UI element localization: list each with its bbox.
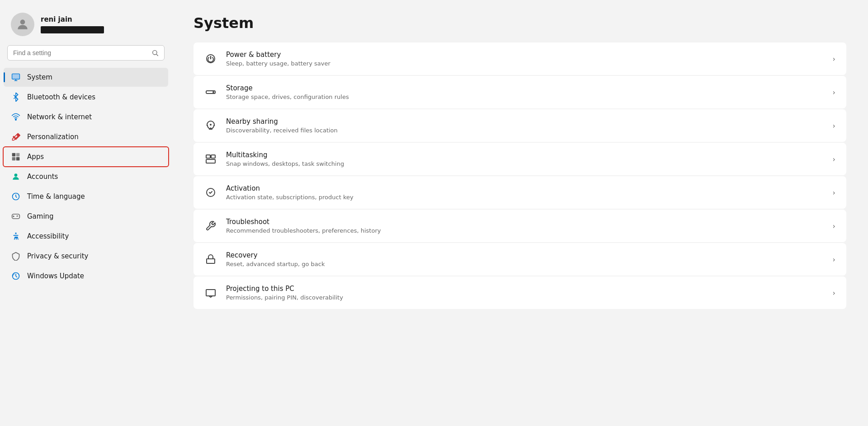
svg-point-0 bbox=[20, 19, 25, 24]
sidebar-item-label-gaming: Gaming bbox=[27, 212, 54, 220]
setting-item-storage[interactable]: Storage Storage space, drives, configura… bbox=[193, 76, 846, 108]
chevron-right-power: › bbox=[833, 55, 835, 63]
sidebar-item-apps[interactable]: Apps bbox=[4, 147, 168, 166]
svg-point-18 bbox=[210, 124, 212, 126]
setting-title-projecting: Projecting to this PC bbox=[226, 285, 824, 293]
settings-list: Power & battery Sleep, battery usage, ba… bbox=[193, 42, 846, 309]
personalization-icon bbox=[11, 132, 21, 142]
svg-rect-9 bbox=[16, 157, 20, 161]
setting-desc-nearby: Discoverability, received files location bbox=[226, 127, 824, 134]
svg-rect-20 bbox=[211, 155, 215, 158]
activation-icon bbox=[204, 186, 217, 199]
sidebar: reni jain System Bluetooth & devices bbox=[0, 0, 172, 426]
sidebar-item-label-system: System bbox=[27, 73, 52, 81]
svg-point-17 bbox=[213, 92, 214, 93]
sidebar-item-label-network: Network & internet bbox=[27, 113, 92, 121]
projecting-icon bbox=[204, 286, 217, 299]
setting-title-power: Power & battery bbox=[226, 51, 824, 59]
user-name: reni jain bbox=[41, 15, 104, 23]
setting-text-multitasking: Multitasking Snap windows, desktops, tas… bbox=[226, 151, 824, 167]
setting-title-multitasking: Multitasking bbox=[226, 151, 824, 159]
setting-title-recovery: Recovery bbox=[226, 251, 824, 259]
sidebar-item-update[interactable]: Windows Update bbox=[4, 267, 168, 286]
svg-rect-21 bbox=[206, 159, 215, 163]
avatar bbox=[11, 13, 34, 36]
setting-item-multitasking[interactable]: Multitasking Snap windows, desktops, tas… bbox=[193, 143, 846, 175]
chevron-right-storage: › bbox=[833, 88, 835, 97]
setting-item-troubleshoot[interactable]: Troubleshoot Recommended troubleshooters… bbox=[193, 210, 846, 242]
sidebar-item-system[interactable]: System bbox=[4, 68, 168, 87]
search-container bbox=[0, 45, 172, 66]
sidebar-item-personalization[interactable]: Personalization bbox=[4, 127, 168, 146]
chevron-right-projecting: › bbox=[833, 289, 835, 297]
setting-desc-projecting: Permissions, pairing PIN, discoverabilit… bbox=[226, 294, 824, 301]
setting-text-nearby: Nearby sharing Discoverability, received… bbox=[226, 117, 824, 134]
apps-icon bbox=[11, 152, 21, 162]
sidebar-item-accounts[interactable]: Accounts bbox=[4, 167, 168, 186]
setting-title-nearby: Nearby sharing bbox=[226, 117, 824, 126]
svg-rect-19 bbox=[206, 155, 210, 158]
sidebar-item-time[interactable]: Time & language bbox=[4, 187, 168, 206]
setting-title-storage: Storage bbox=[226, 84, 824, 92]
svg-rect-7 bbox=[16, 153, 20, 157]
sidebar-item-privacy[interactable]: Privacy & security bbox=[4, 247, 168, 266]
sidebar-item-gaming[interactable]: Gaming bbox=[4, 207, 168, 226]
setting-item-activation[interactable]: Activation Activation state, subscriptio… bbox=[193, 176, 846, 209]
sidebar-item-network[interactable]: Network & internet bbox=[4, 108, 168, 126]
chevron-right-activation: › bbox=[833, 188, 835, 197]
sidebar-item-label-bluetooth: Bluetooth & devices bbox=[27, 93, 95, 101]
setting-text-troubleshoot: Troubleshoot Recommended troubleshooters… bbox=[226, 218, 824, 234]
setting-text-projecting: Projecting to this PC Permissions, pairi… bbox=[226, 285, 824, 301]
setting-item-recovery[interactable]: Recovery Reset, advanced startup, go bac… bbox=[193, 243, 846, 276]
nav-list: System Bluetooth & devices Network & int… bbox=[0, 66, 172, 287]
sidebar-item-label-update: Windows Update bbox=[27, 272, 84, 280]
main-content: System Power & battery Sleep, battery us… bbox=[172, 0, 868, 426]
svg-rect-6 bbox=[12, 153, 16, 157]
svg-point-5 bbox=[15, 119, 17, 121]
sidebar-item-label-apps: Apps bbox=[27, 153, 44, 161]
search-icon bbox=[151, 49, 159, 56]
setting-text-activation: Activation Activation state, subscriptio… bbox=[226, 184, 824, 201]
setting-desc-recovery: Reset, advanced startup, go back bbox=[226, 261, 824, 267]
time-icon bbox=[11, 192, 21, 201]
chevron-right-recovery: › bbox=[833, 255, 835, 264]
user-info: reni jain bbox=[41, 15, 104, 33]
sidebar-item-label-personalization: Personalization bbox=[27, 133, 79, 141]
chevron-right-troubleshoot: › bbox=[833, 222, 835, 230]
user-email-masked bbox=[41, 26, 104, 33]
accounts-icon bbox=[11, 172, 21, 182]
svg-point-13 bbox=[15, 233, 16, 234]
sidebar-item-bluetooth[interactable]: Bluetooth & devices bbox=[4, 88, 168, 107]
setting-item-nearby[interactable]: Nearby sharing Discoverability, received… bbox=[193, 109, 846, 142]
setting-desc-power: Sleep, battery usage, battery saver bbox=[226, 60, 824, 67]
system-icon bbox=[11, 72, 21, 82]
setting-text-power: Power & battery Sleep, battery usage, ba… bbox=[226, 51, 824, 67]
setting-item-power[interactable]: Power & battery Sleep, battery usage, ba… bbox=[193, 42, 846, 75]
sidebar-item-accessibility[interactable]: Accessibility bbox=[4, 227, 168, 246]
recovery-icon bbox=[204, 253, 217, 266]
chevron-right-multitasking: › bbox=[833, 155, 835, 164]
setting-desc-multitasking: Snap windows, desktops, task switching bbox=[226, 160, 824, 167]
power-icon bbox=[204, 52, 217, 65]
privacy-icon bbox=[11, 251, 21, 261]
svg-rect-23 bbox=[207, 259, 215, 263]
setting-text-recovery: Recovery Reset, advanced startup, go bac… bbox=[226, 251, 824, 267]
storage-icon bbox=[204, 86, 217, 98]
svg-rect-24 bbox=[206, 290, 215, 296]
user-icon bbox=[15, 17, 30, 32]
setting-item-projecting[interactable]: Projecting to this PC Permissions, pairi… bbox=[193, 276, 846, 309]
setting-text-storage: Storage Storage space, drives, configura… bbox=[226, 84, 824, 100]
search-box[interactable] bbox=[7, 45, 165, 61]
svg-rect-4 bbox=[12, 74, 20, 80]
sidebar-item-label-time: Time & language bbox=[27, 192, 85, 201]
troubleshoot-icon bbox=[204, 220, 217, 232]
update-icon bbox=[11, 271, 21, 281]
sidebar-item-label-privacy: Privacy & security bbox=[27, 252, 88, 260]
svg-point-10 bbox=[14, 173, 18, 177]
search-input[interactable] bbox=[13, 49, 148, 56]
sidebar-item-label-accounts: Accounts bbox=[27, 173, 58, 181]
gaming-icon bbox=[11, 211, 21, 221]
svg-line-2 bbox=[156, 54, 158, 56]
sidebar-item-label-accessibility: Accessibility bbox=[27, 232, 69, 240]
accessibility-icon bbox=[11, 231, 21, 241]
